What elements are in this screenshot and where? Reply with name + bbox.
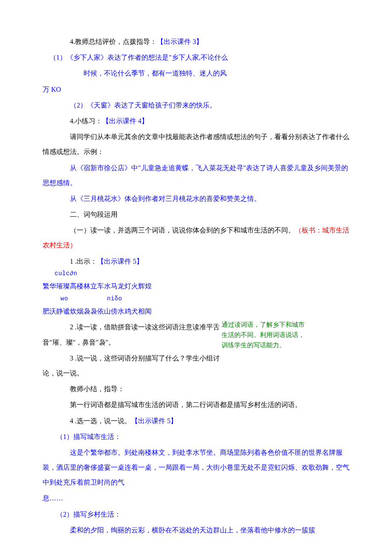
text: （1）《乡下人家》表达了作者的想法是"乡下人家,不论什么 — [49, 54, 228, 61]
text: 从《宿新市徐公店》中"儿童急走追黄蝶，飞入菜花无处寻"表达了诗人喜爱儿童及乡间美… — [43, 164, 348, 186]
text: 2 .读一读，借助拼音读一读这些词语注意读准平舌音"璀、璨"，鼻音"袅"。 — [43, 323, 220, 346]
text: 万 KO — [43, 86, 61, 93]
text: 请同学们从本单元其余的文章中找最能表达作者感情或想法的句子，看看分别表达了作者什… — [43, 133, 349, 155]
city-life-body-b: 息…… — [43, 491, 349, 506]
text: 4 .选一选，说一说。 — [70, 417, 131, 424]
item-3-discuss: 3 .说一说，这些词语分别描写了什么？学生小组讨论，说一说。 — [43, 351, 222, 381]
section-2-1: （一）读一读，并选两三个词语，说说你体会到的乡下和城市生活的不同。（板书：城市生… — [43, 223, 349, 253]
text: 从《三月桃花水》体会到作者对三月桃花水的喜爱和赞美之情。 — [70, 195, 261, 202]
text: 第一行词语都是描写城市生活的词语，第二行词语都是描写乡村生活的词语。 — [70, 401, 302, 408]
text: 时候，不论什么季节，都有一道独特、迷人的风 — [84, 70, 227, 77]
pinyin-2b: niδo — [107, 295, 122, 302]
practice-instruction: 请同学们从本单元其余的文章中找最能表达作者感情或想法的句子，看看分别表达了作者什… — [43, 129, 349, 159]
teacher-summary: 教师小结，指导： — [43, 381, 349, 396]
slide-ref-5b: 【出示课件 5】 — [131, 417, 177, 424]
pinyin-2a: wo — [52, 295, 107, 303]
example-2: 从《三月桃花水》体会到作者对三月桃花水的喜爱和赞美之情。 — [43, 191, 349, 206]
slide-ref-5a: 【出示课件 5】 — [97, 258, 143, 265]
point-1-cont: 时候，不论什么季节，都有一道独特、迷人的风 — [43, 66, 349, 81]
item-2-read: 2 .读一读，借助拼音读一读这些词语注意读准平舌音"璀、璨"，鼻音"袅"。 — [43, 320, 222, 349]
point-2: （2）《天窗》表达了天窗给孩子们带来的快乐。 — [43, 98, 349, 113]
text: 4.小练习： — [70, 117, 102, 125]
city-life-body: 这是个繁华都市。到处南楼林文，到处李水节坐。商场里陈列着各色价值不匪的世界名牌服… — [43, 445, 349, 490]
two-column-area: 通过读词语，了解乡下和城市生活的不同。利用词语说话，训练学生的写话能力。 2 .… — [43, 320, 349, 381]
text: 柔和的夕阳，绚丽的云彩，横卧在不远处的天边群山上，坐落着他中修水的一簇簇 — [70, 526, 315, 534]
country-life-title: （2）描写乡村生活： — [43, 507, 349, 522]
city-life-title: （1）描写城市生活： — [43, 429, 349, 444]
item-1-show: 1 .出示：【出示课件 5】 — [43, 254, 349, 269]
item-4-title: 4.教师总结评价，点拨指导：【出示课件 3】 — [43, 34, 349, 49]
item-4-choose: 4 .选一选，说一说。【出示课件 5】 — [43, 413, 349, 428]
text: 教师小结，指导： — [70, 385, 124, 392]
text: 4.教师总结评价，点拨指导： — [70, 38, 157, 45]
text: （2）描写乡村生活： — [56, 511, 121, 518]
pinyin-row-1: culc∂n — [43, 270, 349, 278]
text: 息…… — [43, 494, 63, 502]
slide-ref-4: 【出示课件 4】 — [102, 117, 148, 125]
text: 这是个繁华都市。到处南楼林文，到处李水节坐。商场里陈列着各色价值不匪的世界名牌服… — [43, 449, 349, 486]
words-row-1: 繁华璀璨高楼林立车水马龙灯火辉煌 — [43, 279, 349, 293]
text: culc∂n — [55, 270, 77, 277]
practice-title: 4.小练习：【出示课件 4】 — [43, 113, 349, 128]
text: 二、词句段运用 — [70, 211, 118, 218]
country-life-body: 柔和的夕阳，绚丽的云彩，横卧在不远处的天边群山上，坐落着他中修水的一簇簇 — [43, 523, 349, 538]
section-2-title: 二、词句段运用 — [43, 207, 349, 222]
text: （1）描写城市生活： — [56, 433, 121, 440]
text: 肥沃静谧炊烟袅袅依山傍水鸡犬相闻 — [43, 308, 152, 315]
side-annotation: 通过读词语，了解乡下和城市生活的不同。利用词语说话，训练学生的写话能力。 — [222, 320, 307, 350]
text: （2）《天窗》表达了天窗给孩子们带来的快乐。 — [70, 102, 216, 109]
text: 3 .说一说，这些词语分别描写了什么？学生小组讨论，说一说。 — [43, 355, 220, 377]
slide-ref-3: 【出示课件 3】 — [157, 38, 203, 45]
text: 通过读词语，了解乡下和城市生活的不同。利用词语说话，训练学生的写话能力。 — [222, 321, 305, 349]
pinyin-row-2: woniδo — [43, 295, 349, 303]
point-1-cont-b: 万 KO — [43, 82, 349, 97]
words-row-2: 肥沃静谧炊烟袅袅依山傍水鸡犬相闻 — [43, 304, 349, 319]
summary-content: 第一行词语都是描写城市生活的词语，第二行词语都是描写乡村生活的词语。 — [43, 397, 349, 412]
example-1: 从《宿新市徐公店》中"儿童急走追黄蝶，飞入菜花无处寻"表达了诗人喜爱儿童及乡间美… — [43, 160, 349, 190]
point-1: （1）《乡下人家》表达了作者的想法是"乡下人家,不论什么 — [43, 50, 349, 65]
text: （一）读一读，并选两三个词语，说说你体会到的乡下和城市生活的不同。 — [70, 227, 295, 234]
text: 繁华璀璨高楼林立车水马龙灯火辉煌 — [43, 282, 152, 290]
text: 1 .出示： — [70, 258, 97, 265]
